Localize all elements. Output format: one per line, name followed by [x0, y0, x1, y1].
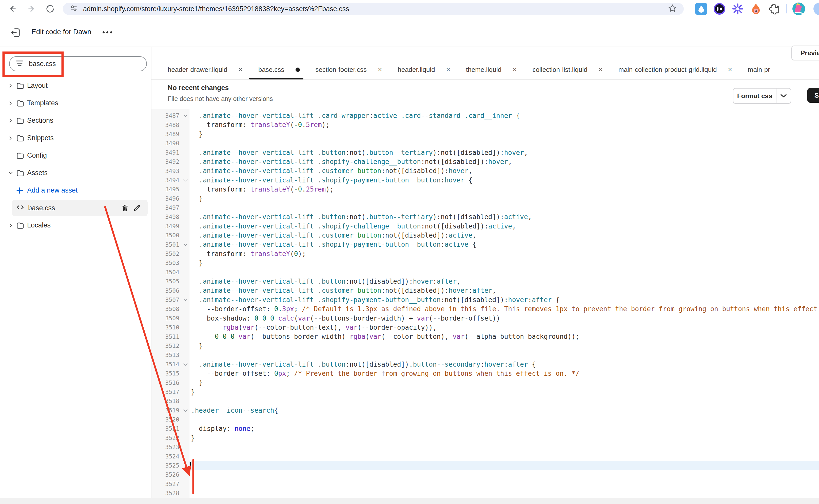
extensions-puzzle-icon[interactable]	[768, 3, 781, 15]
secondary-avatar[interactable]	[813, 3, 819, 15]
browser-back-button[interactable]	[7, 3, 18, 14]
save-button[interactable]: Save	[807, 88, 819, 103]
code-line-3498[interactable]: 3498 .animate--hover-vertical-lift .butt…	[151, 212, 819, 221]
tab-base.css[interactable]: base.css	[258, 60, 300, 79]
code-line-3520[interactable]: 3520	[151, 415, 819, 424]
tab-close-icon[interactable]: ×	[378, 66, 382, 73]
code-line-3514[interactable]: 3514 .animate--hover-vertical-lift .butt…	[151, 360, 819, 369]
code-line-3495[interactable]: 3495 transform: translateY(-0.25rem);	[151, 185, 819, 194]
tab-close-icon[interactable]: ×	[512, 66, 517, 73]
bookmark-star-icon[interactable]	[668, 4, 677, 14]
sidebar-folder-config[interactable]: Config	[0, 147, 151, 164]
tab-main-pr[interactable]: main-pr	[748, 60, 770, 79]
file-search-box[interactable]	[9, 56, 147, 71]
code-line-3518[interactable]: 3518	[151, 396, 819, 406]
browser-reload-button[interactable]	[45, 3, 56, 14]
code-line-3521[interactable]: 3521 display: none;	[151, 424, 819, 433]
tab-header.liquid[interactable]: header.liquid×	[398, 60, 450, 79]
fold-chevron-icon[interactable]	[180, 114, 190, 117]
tab-close-icon[interactable]: ×	[446, 66, 450, 73]
starburst-extension-icon[interactable]	[731, 3, 744, 15]
address-bar[interactable]: admin.shopify.com/store/luxury-srote1/th…	[63, 3, 684, 15]
code-line-3526[interactable]: 3526	[151, 470, 819, 479]
tab-close-icon[interactable]: ×	[239, 66, 243, 73]
delete-file-icon[interactable]	[119, 204, 131, 212]
format-css-button[interactable]: Format css	[733, 88, 791, 104]
code-line-3504[interactable]: 3504	[151, 268, 819, 277]
code-line-3494[interactable]: 3494 .animate--hover-vertical-lift .shop…	[151, 176, 819, 185]
code-line-3492[interactable]: 3492 .animate--hover-vertical-lift .shop…	[151, 157, 819, 166]
code-line-3522[interactable]: 3522}	[151, 433, 819, 443]
code-line-3509[interactable]: 3509 box-shadow: 0 0 0 calc(var(--button…	[151, 314, 819, 323]
chevron-down-icon[interactable]	[776, 94, 791, 98]
fold-chevron-icon[interactable]	[180, 363, 190, 366]
sidebar-folder-snippets[interactable]: Snippets	[0, 129, 151, 147]
fold-chevron-icon[interactable]	[180, 299, 190, 301]
add-new-asset-link[interactable]: Add a new asset	[0, 182, 151, 199]
code-line-3501[interactable]: 3501 .animate--hover-vertical-lift .shop…	[151, 240, 819, 249]
sidebar-folder-locales[interactable]: Locales	[0, 217, 151, 234]
code-line-3527[interactable]: 3527	[151, 479, 819, 489]
chevron-down-icon[interactable]	[8, 171, 16, 176]
browser-forward-button[interactable]	[26, 3, 37, 14]
code-line-3499[interactable]: 3499 .animate--hover-vertical-lift .shop…	[151, 222, 819, 231]
code-line-3517[interactable]: 3517}	[151, 387, 819, 396]
code-line-3528[interactable]: 3528	[151, 489, 819, 498]
code-line-3516[interactable]: 3516 }	[151, 378, 819, 387]
tab-close-icon[interactable]: ×	[598, 66, 602, 73]
profile-avatar[interactable]	[792, 3, 805, 15]
code-line-3515[interactable]: 3515 --border-offset: 0px; /* Prevent th…	[151, 369, 819, 378]
chevron-right-icon[interactable]	[8, 136, 16, 141]
code-line-3490[interactable]: 3490	[151, 139, 819, 148]
fold-chevron-icon[interactable]	[180, 243, 190, 246]
code-line-3505[interactable]: 3505 .animate--hover-vertical-lift .butt…	[151, 277, 819, 286]
code-line-3510[interactable]: 3510 rgba(var(--color-button-text), var(…	[151, 323, 819, 332]
code-line-3519[interactable]: 3519.header__icon--search{	[151, 406, 819, 415]
tab-theme.liquid[interactable]: theme.liquid×	[466, 60, 517, 79]
tab-main-collection-product-grid.liquid[interactable]: main-collection-product-grid.liquid×	[619, 60, 732, 79]
code-line-3497[interactable]: 3497	[151, 203, 819, 212]
water-drop-extension-icon[interactable]	[695, 3, 708, 15]
code-line-3491[interactable]: 3491 .animate--hover-vertical-lift .butt…	[151, 148, 819, 157]
chevron-right-icon[interactable]	[8, 118, 16, 123]
tab-section-footer.css[interactable]: section-footer.css×	[316, 60, 382, 79]
chevron-right-icon[interactable]	[8, 101, 16, 106]
more-actions-icon[interactable]	[100, 27, 114, 38]
code-line-3500[interactable]: 3500 .animate--hover-vertical-lift .cust…	[151, 231, 819, 240]
sidebar-folder-assets[interactable]: Assets	[0, 164, 151, 182]
code-line-3489[interactable]: 3489 }	[151, 130, 819, 139]
exit-editor-icon[interactable]	[9, 26, 22, 39]
code-line-3493[interactable]: 3493 .animate--hover-vertical-lift .cust…	[151, 166, 819, 175]
rename-file-icon[interactable]	[131, 204, 142, 212]
code-line-3525[interactable]: 3525	[151, 461, 819, 470]
sidebar-folder-layout[interactable]: Layout	[0, 77, 151, 94]
code-line-3507[interactable]: 3507 .animate--hover-vertical-lift .shop…	[151, 295, 819, 304]
tab-collection-list.liquid[interactable]: collection-list.liquid×	[532, 60, 603, 79]
file-search-input[interactable]	[28, 60, 141, 68]
code-editor[interactable]: 3487 .animate--hover-vertical-lift .card…	[151, 109, 819, 498]
fold-chevron-icon[interactable]	[180, 409, 190, 412]
code-line-3506[interactable]: 3506 .animate--hover-vertical-lift .cust…	[151, 286, 819, 295]
flame-extension-icon[interactable]	[750, 3, 762, 15]
robot-extension-icon[interactable]	[713, 3, 726, 15]
code-line-3487[interactable]: 3487 .animate--hover-vertical-lift .card…	[151, 111, 819, 120]
code-line-3512[interactable]: 3512 }	[151, 341, 819, 350]
code-line-3508[interactable]: 3508 --border-offset: 0.3px; /* Default …	[151, 304, 819, 313]
site-settings-icon[interactable]	[69, 4, 78, 14]
url-text[interactable]: admin.shopify.com/store/luxury-srote1/th…	[83, 5, 668, 13]
code-line-3523[interactable]: 3523	[151, 443, 819, 452]
sidebar-folder-sections[interactable]: Sections	[0, 112, 151, 129]
code-line-3502[interactable]: 3502 transform: translateY(0);	[151, 249, 819, 258]
fold-chevron-icon[interactable]	[180, 179, 190, 181]
tab-header-drawer.liquid[interactable]: header-drawer.liquid×	[168, 60, 243, 79]
sidebar-folder-templates[interactable]: Templates	[0, 94, 151, 112]
code-line-3511[interactable]: 3511 0 0 0 var(--buttons-border-width) r…	[151, 332, 819, 341]
code-line-3503[interactable]: 3503 }	[151, 258, 819, 267]
code-line-3524[interactable]: 3524	[151, 452, 819, 461]
sidebar-file-base.css[interactable]: base.css	[12, 200, 148, 216]
chevron-right-icon[interactable]	[8, 223, 16, 228]
chevron-right-icon[interactable]	[8, 83, 16, 88]
tab-close-icon[interactable]: ×	[728, 66, 732, 73]
code-line-3488[interactable]: 3488 transform: translateY(-0.5rem);	[151, 120, 819, 129]
code-line-3496[interactable]: 3496 }	[151, 194, 819, 203]
